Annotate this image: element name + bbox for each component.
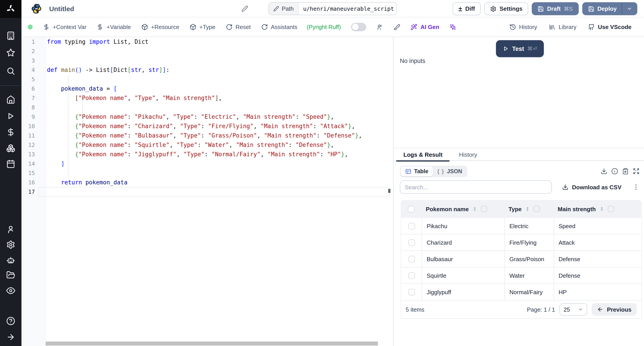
table-cell: Electric	[504, 218, 554, 234]
code-line[interactable]: 6 pokemon_data = [	[22, 84, 393, 93]
path-label: Path	[282, 5, 294, 12]
code-editor[interactable]: 1from typing import List, Dict234def mai…	[22, 37, 394, 346]
arrow-left-icon	[597, 306, 603, 313]
sidebar-expand-sidebar-icon[interactable]	[6, 333, 15, 342]
library-button[interactable]: Library	[549, 24, 576, 30]
sidebar-help-icon[interactable]	[6, 317, 15, 326]
reset-button[interactable]: Reset	[226, 24, 251, 30]
add-context-var-button[interactable]: +Context Var	[43, 24, 86, 30]
sidebar	[0, 0, 22, 346]
sidebar-account-icon[interactable]	[6, 225, 15, 234]
python-language-icon	[31, 3, 42, 14]
deploy-dropdown-caret[interactable]	[622, 3, 637, 15]
code-line[interactable]: 12 {"Pokemon name": "Squirtle", "Type": …	[22, 140, 393, 150]
sort-icon[interactable]	[599, 206, 604, 212]
sidebar-folders-icon[interactable]	[6, 271, 15, 280]
code-line[interactable]: 3	[22, 56, 393, 65]
horizontal-scrollbar[interactable]	[46, 342, 378, 346]
add-resource-button[interactable]: +Resource	[141, 24, 179, 30]
add-type-button[interactable]: +Type	[190, 24, 216, 30]
row-checkbox[interactable]	[408, 239, 415, 246]
info-icon[interactable]	[611, 168, 618, 174]
column-select-checkbox[interactable]	[481, 206, 487, 212]
sort-icon[interactable]	[525, 206, 530, 212]
assistants-button[interactable]: Assistants	[261, 24, 298, 30]
code-line[interactable]: 7 ["Pokemon name", "Type", "Main strengt…	[22, 93, 393, 103]
use-vscode-button[interactable]: Use VScode	[588, 24, 632, 30]
code-line[interactable]: 10 {"Pokemon name": "Charizard", "Type":…	[22, 121, 393, 131]
select-all-checkbox[interactable]	[408, 206, 414, 212]
row-checkbox[interactable]	[408, 223, 415, 229]
code-line[interactable]: 4def main() -> List[Dict[str, str]]:	[22, 65, 393, 75]
download-csv-button[interactable]: Download as CSV	[562, 184, 622, 190]
windmill-logo[interactable]	[0, 0, 22, 18]
kebab-menu-icon[interactable]	[632, 183, 640, 191]
path-value: u/henri/maneuverable_script	[299, 5, 397, 12]
multiplayer-toggle[interactable]	[351, 23, 366, 31]
sidebar-audit-logs-icon[interactable]	[6, 286, 15, 295]
sidebar-workspace-icon[interactable]	[6, 31, 15, 40]
search-input[interactable]	[400, 180, 552, 194]
line-number: 6	[22, 84, 35, 93]
sidebar-schedules-icon[interactable]	[6, 159, 15, 168]
table-row[interactable]: PikachuElectricSpeed	[401, 218, 642, 234]
assistants-detail[interactable]: (Pyright Ruff)	[307, 24, 341, 30]
test-button[interactable]: Test ⌘⏎	[496, 40, 544, 57]
history-button[interactable]: History	[509, 24, 537, 30]
column-select-checkbox[interactable]	[608, 206, 614, 212]
code-line[interactable]: 14 ]	[22, 159, 393, 168]
view-toggle-table[interactable]: Table	[401, 167, 433, 176]
view-toggle-json[interactable]: { }JSON	[433, 167, 466, 176]
ai-gen-button[interactable]: AI Gen	[410, 24, 439, 30]
table-row[interactable]: JigglypuffNormal/FairyHP	[401, 284, 642, 301]
sidebar-resources-icon[interactable]	[6, 144, 15, 153]
table-search-row: Download as CSV	[400, 180, 640, 194]
previous-page-button[interactable]: Previous	[592, 303, 637, 316]
draft-button[interactable]: Draft ⌘S	[532, 2, 579, 15]
code-line[interactable]: 17	[22, 187, 393, 196]
code-line[interactable]: 1from typing import List, Dict	[22, 37, 393, 46]
sidebar-settings-icon[interactable]	[6, 240, 15, 249]
page-size-select[interactable]: 25	[560, 303, 587, 316]
diff-button[interactable]: ± Diff	[452, 2, 481, 15]
format-brush-icon[interactable]	[394, 24, 400, 30]
expand-icon[interactable]	[633, 168, 640, 174]
code-line[interactable]: 9 {"Pokemon name": "Pikachu", "Type": "E…	[22, 112, 393, 121]
sidebar-home-icon[interactable]	[6, 95, 15, 104]
sidebar-workers-icon[interactable]	[6, 256, 15, 265]
row-checkbox[interactable]	[408, 256, 415, 262]
table-cell: Normal/Fairy	[504, 284, 554, 300]
column-header-type: Type	[504, 206, 553, 212]
row-checkbox[interactable]	[408, 289, 415, 295]
code-line[interactable]: 5	[22, 75, 393, 84]
sidebar-variables-icon[interactable]	[6, 128, 15, 137]
code-line[interactable]: 8	[22, 103, 393, 112]
add-variable-button[interactable]: +Variable	[97, 24, 131, 30]
row-checkbox[interactable]	[408, 272, 415, 279]
deploy-button[interactable]: Deploy	[582, 2, 637, 15]
code-line[interactable]: 2	[22, 46, 393, 56]
sidebar-search-icon[interactable]	[6, 66, 15, 75]
sidebar-runs-icon[interactable]	[6, 112, 15, 121]
code-line[interactable]: 16 return pokemon_data	[22, 178, 393, 187]
table-row[interactable]: SquirtleWaterDefense	[401, 267, 642, 284]
edit-title-pencil-icon[interactable]	[242, 5, 248, 12]
tab-history[interactable]: History	[452, 148, 484, 161]
code-line[interactable]: 13 {"Pokemon name": "Jigglypuff", "Type"…	[22, 150, 393, 159]
tab-logs-result[interactable]: Logs & Result	[396, 148, 450, 161]
code-line[interactable]: 11 {"Pokemon name": "Bulbasaur", "Type":…	[22, 131, 393, 140]
line-number: 16	[22, 178, 35, 187]
download-icon[interactable]	[600, 168, 607, 174]
clipboard-copy-icon[interactable]	[622, 168, 629, 174]
sort-icon[interactable]	[472, 206, 477, 212]
settings-button[interactable]: Settings	[484, 2, 528, 15]
column-select-checkbox[interactable]	[534, 206, 540, 212]
multiplayer-icon[interactable]	[376, 24, 383, 30]
table-row[interactable]: CharizardFire/FlyingAttack	[401, 234, 642, 251]
sidebar-favorites-icon[interactable]	[6, 48, 15, 57]
code-line[interactable]: 15	[22, 168, 393, 178]
sparkles-icon[interactable]	[450, 24, 456, 30]
path-field[interactable]: Path u/henri/maneuverable_script	[268, 2, 397, 15]
table-row[interactable]: BulbasaurGrass/PoisonDefense	[401, 251, 642, 267]
github-icon	[588, 24, 595, 30]
